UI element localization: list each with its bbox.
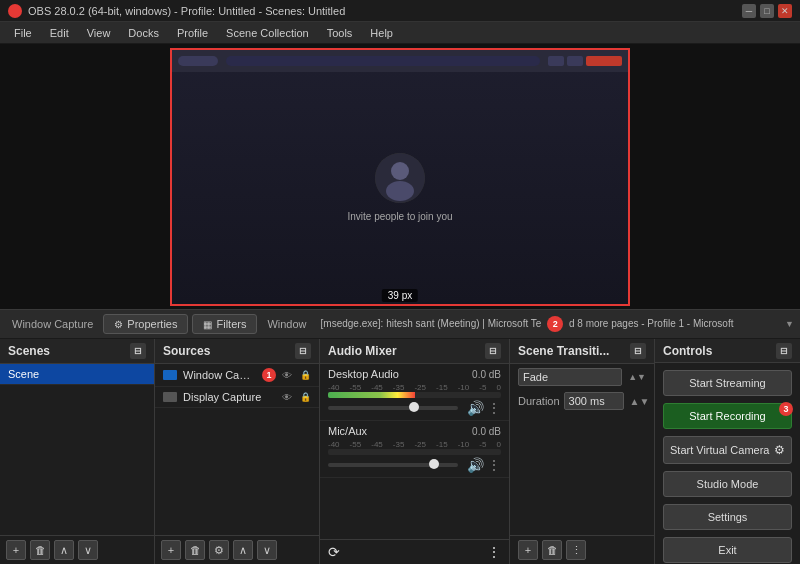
filters-button[interactable]: ▦ Filters	[192, 314, 257, 334]
properties-icon: ⚙	[114, 319, 123, 330]
filters-icon: ▦	[203, 319, 212, 330]
minimize-button[interactable]: ─	[742, 4, 756, 18]
settings-button[interactable]: Settings	[663, 504, 792, 530]
scenes-up-button[interactable]: ∧	[54, 540, 74, 560]
mic-mute-button[interactable]: 🔊	[464, 457, 487, 473]
display-lock-icon[interactable]: 🔒	[300, 392, 311, 402]
menu-item-edit[interactable]: Edit	[42, 25, 77, 41]
start-streaming-button[interactable]: Start Streaming	[663, 370, 792, 396]
desktop-audio-db: 0.0 dB	[472, 369, 501, 380]
scenes-down-button[interactable]: ∨	[78, 540, 98, 560]
transition-type-select[interactable]: Fade Cut Swipe Slide	[518, 368, 622, 386]
transitions-panel: Scene Transiti... ⊟ Fade Cut Swipe Slide…	[510, 339, 655, 564]
mic-aux-header: Mic/Aux 0.0 dB	[328, 425, 501, 437]
window-info: [msedge.exe]: hitesh sant (Meeting) | Mi…	[317, 316, 780, 332]
sources-add-button[interactable]: +	[161, 540, 181, 560]
transition-delete-button[interactable]: 🗑	[542, 540, 562, 560]
mic-aux-meter	[328, 449, 501, 455]
desktop-audio-meter	[328, 392, 501, 398]
transition-more-button[interactable]: ⋮	[566, 540, 586, 560]
source-item-window-name: Window Captu...	[183, 369, 256, 381]
source-badge: 1	[262, 368, 276, 382]
desktop-audio-labels: -40-55-45-35-25-15-10-50	[328, 383, 501, 392]
audio-sync-button[interactable]: ⟳	[328, 544, 340, 560]
desktop-audio-name: Desktop Audio	[328, 368, 399, 380]
menu-item-profile[interactable]: Profile	[169, 25, 216, 41]
audio-mixer-header: Audio Mixer ⊟	[320, 339, 509, 364]
size-label: 39 px	[382, 289, 418, 302]
desktop-audio-thumb[interactable]	[409, 402, 419, 412]
desktop-audio-fill	[328, 392, 415, 398]
controls-panel: Controls ⊟ Start Streaming Start Recordi…	[655, 339, 800, 564]
sources-delete-button[interactable]: 🗑	[185, 540, 205, 560]
duration-input[interactable]	[564, 392, 624, 410]
sources-toolbar: + 🗑 ⚙ ∧ ∨	[155, 535, 319, 564]
scenes-add-button[interactable]: +	[6, 540, 26, 560]
desktop-audio-more-button[interactable]: ⋮	[487, 400, 501, 416]
start-recording-button[interactable]: Start Recording 3	[663, 403, 792, 429]
sources-down-button[interactable]: ∨	[257, 540, 277, 560]
mic-aux-thumb[interactable]	[429, 459, 439, 469]
menu-item-docks[interactable]: Docks	[120, 25, 167, 41]
lock-icon[interactable]: 🔒	[300, 370, 311, 380]
window-controls[interactable]: ─ □ ✕	[742, 4, 792, 18]
audio-panel-menu[interactable]: ⊟	[485, 343, 501, 359]
menu-bar: FileEditViewDocksProfileScene Collection…	[0, 22, 800, 44]
mic-aux-controls: 🔊 ⋮	[328, 457, 501, 473]
app-icon	[8, 4, 22, 18]
virtual-camera-settings-icon[interactable]: ⚙	[774, 443, 785, 457]
preview-area: Invite people to join you 39 px	[0, 44, 800, 309]
video-area: Invite people to join you	[172, 72, 628, 304]
desktop-mute-button[interactable]: 🔊	[464, 400, 487, 416]
sources-settings-button[interactable]: ⚙	[209, 540, 229, 560]
scenes-delete-button[interactable]: 🗑	[30, 540, 50, 560]
window-title: OBS 28.0.2 (64-bit, windows) - Profile: …	[28, 5, 345, 17]
transitions-panel-menu[interactable]: ⊟	[630, 343, 646, 359]
mic-aux-slider[interactable]	[328, 463, 458, 467]
display-visibility-icon[interactable]: 👁	[282, 392, 294, 403]
sources-up-button[interactable]: ∧	[233, 540, 253, 560]
menu-item-scene-collection[interactable]: Scene Collection	[218, 25, 317, 41]
properties-button[interactable]: ⚙ Properties	[103, 314, 188, 334]
mic-aux-labels: -40-55-45-35-25-15-10-50	[328, 440, 501, 449]
scenes-panel-menu[interactable]: ⊟	[130, 343, 146, 359]
sources-panel: Sources ⊟ Window Captu... 1 👁 🔒 Display …	[155, 339, 320, 564]
maximize-button[interactable]: □	[760, 4, 774, 18]
mic-aux-more-button[interactable]: ⋮	[487, 457, 501, 473]
visibility-icon[interactable]: 👁	[282, 370, 294, 381]
audio-mixer-panel: Audio Mixer ⊟ Desktop Audio 0.0 dB -40-5…	[320, 339, 510, 564]
transitions-header: Scene Transiti... ⊟	[510, 339, 654, 364]
preview-canvas[interactable]: Invite people to join you 39 px	[170, 48, 630, 306]
scene-item[interactable]: Scene	[0, 364, 154, 385]
scenes-panel: Scenes ⊟ Scene + 🗑 ∧ ∨	[0, 339, 155, 564]
studio-mode-button[interactable]: Studio Mode	[663, 471, 792, 497]
scenes-header: Scenes ⊟	[0, 339, 154, 364]
sources-panel-menu[interactable]: ⊟	[295, 343, 311, 359]
recording-badge: 3	[779, 402, 793, 416]
window-capture-icon	[163, 370, 177, 380]
scenes-toolbar: + 🗑 ∧ ∨	[0, 535, 154, 564]
dropdown-arrow-icon[interactable]: ▼	[785, 319, 794, 329]
transition-add-button[interactable]: +	[518, 540, 538, 560]
source-item-window[interactable]: Window Captu... 1 👁 🔒	[155, 364, 319, 387]
menu-item-help[interactable]: Help	[362, 25, 401, 41]
source-controls-bar: Window Capture ⚙ Properties ▦ Filters Wi…	[0, 309, 800, 339]
exit-button[interactable]: Exit	[663, 537, 792, 563]
close-button[interactable]: ✕	[778, 4, 792, 18]
controls-panel-menu[interactable]: ⊟	[776, 343, 792, 359]
avatar	[375, 153, 425, 203]
titlebar-left: OBS 28.0.2 (64-bit, windows) - Profile: …	[8, 4, 345, 18]
window-badge: 2	[547, 316, 563, 332]
menu-item-view[interactable]: View	[79, 25, 119, 41]
desktop-audio-slider[interactable]	[328, 406, 458, 410]
duration-spinners[interactable]: ▲▼	[630, 396, 650, 407]
menu-item-file[interactable]: File	[6, 25, 40, 41]
svg-point-1	[391, 162, 409, 180]
source-item-display[interactable]: Display Capture 👁 🔒	[155, 387, 319, 408]
mic-aux-channel: Mic/Aux 0.0 dB -40-55-45-35-25-15-10-50 …	[320, 421, 509, 478]
menu-item-tools[interactable]: Tools	[319, 25, 361, 41]
audio-panel-more-button[interactable]: ⋮	[487, 544, 501, 560]
start-virtual-camera-button[interactable]: Start Virtual Camera ⚙	[663, 436, 792, 464]
transitions-toolbar: + 🗑 ⋮	[510, 535, 654, 564]
transition-dropdown-icon: ▲▼	[628, 372, 646, 382]
